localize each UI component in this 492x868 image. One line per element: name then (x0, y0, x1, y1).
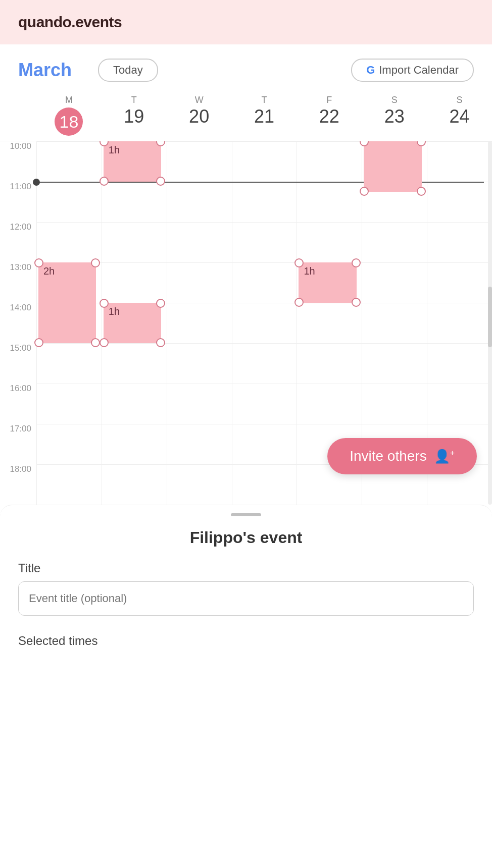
grid-cell-row6-col3[interactable] (232, 384, 297, 424)
event-event1[interactable]: 1h (104, 141, 161, 182)
grid-cell-row0-col4[interactable] (297, 141, 362, 182)
event-handle-top-left-event4[interactable] (294, 258, 304, 267)
grid-cell-row6-col4[interactable] (297, 384, 362, 424)
event-event4[interactable]: 1h (299, 262, 356, 303)
day-header-18: M18 (36, 91, 102, 141)
grid-cell-row7-col0[interactable] (36, 424, 102, 464)
calendar-grid-wrapper: 10:0011:0012:0013:0014:0015:0016:0017:00… (0, 141, 492, 505)
grid-cell-row6-col2[interactable] (167, 384, 232, 424)
today-button[interactable]: Today (98, 59, 158, 82)
grid-cell-row5-col0[interactable] (36, 343, 102, 384)
event-event3[interactable]: 1h (104, 303, 161, 343)
event-handle-bottom-right-event4[interactable] (352, 298, 361, 307)
event-event2[interactable]: 2h (38, 262, 96, 343)
grid-cell-row5-col1[interactable] (102, 343, 167, 384)
time-gutter-header (0, 91, 36, 141)
grid-cell-row2-col4[interactable] (297, 222, 362, 262)
app-header: quando.events (0, 0, 492, 44)
time-label-14-00: 14:00 (0, 303, 36, 343)
invite-others-button[interactable]: Invite others 👤+ (327, 438, 477, 474)
grid-cell-row5-col6[interactable] (427, 343, 492, 384)
add-person-icon: 👤+ (434, 449, 455, 464)
day-header-20: W20 (167, 91, 232, 141)
grid-cell-row3-col2[interactable] (167, 262, 232, 303)
grid-cell-row3-col3[interactable] (232, 262, 297, 303)
grid-cell-row4-col2[interactable] (167, 303, 232, 343)
time-label-17-00: 17:00 (0, 424, 36, 464)
grid-cell-row0-col6[interactable] (427, 141, 492, 182)
grid-cell-row6-col1[interactable] (102, 384, 167, 424)
title-label: Title (18, 561, 474, 575)
day-letter-24: S (457, 95, 463, 105)
event-label-event1: 1h (109, 144, 120, 155)
grid-cell-row7-col2[interactable] (167, 424, 232, 464)
day-number-18[interactable]: 18 (55, 107, 83, 136)
title-input[interactable] (18, 581, 474, 616)
google-icon: G (366, 64, 375, 77)
grid-cell-row3-col5[interactable] (362, 262, 427, 303)
grid-cell-row4-col3[interactable] (232, 303, 297, 343)
grid-cell-row1-col0[interactable] (36, 182, 102, 222)
import-calendar-button[interactable]: G Import Calendar (351, 59, 474, 82)
grid-cell-row2-col3[interactable] (232, 222, 297, 262)
grid-cell-row8-col2[interactable] (167, 464, 232, 505)
grid-cell-row4-col5[interactable] (362, 303, 427, 343)
grid-cell-row8-col0[interactable] (36, 464, 102, 505)
grid-cell-row5-col5[interactable] (362, 343, 427, 384)
calendar-controls: March Today G Import Calendar (0, 44, 492, 91)
grid-cell-row2-col1[interactable] (102, 222, 167, 262)
grid-cell-row7-col1[interactable] (102, 424, 167, 464)
day-letter-22: F (326, 95, 332, 105)
grid-cell-row2-col6[interactable] (427, 222, 492, 262)
time-label-11-00: 11:00 (0, 182, 36, 222)
event-handle-top-right-event4[interactable] (352, 258, 361, 267)
day-header-22: F22 (297, 91, 362, 141)
day-header-24: S24 (427, 91, 492, 141)
event-handle-bottom-right-event5[interactable] (417, 187, 426, 196)
grid-cell-row6-col6[interactable] (427, 384, 492, 424)
grid-cell-row6-col0[interactable] (36, 384, 102, 424)
event-event5[interactable] (364, 141, 421, 192)
grid-cell-row1-col1[interactable] (102, 182, 167, 222)
day-headers: M18T19W20T21F22S23S24 (0, 91, 492, 141)
grid-cell-row1-col2[interactable] (167, 182, 232, 222)
time-label-15-00: 15:00 (0, 343, 36, 384)
grid-cell-row0-col2[interactable] (167, 141, 232, 182)
month-label: March (18, 60, 89, 81)
event-handle-top-left-event2[interactable] (34, 258, 43, 267)
grid-cell-row2-col0[interactable] (36, 222, 102, 262)
day-letter-23: S (391, 95, 398, 105)
invite-label: Invite others (350, 448, 427, 464)
grid-cell-row4-col6[interactable] (427, 303, 492, 343)
grid-cell-row8-col1[interactable] (102, 464, 167, 505)
event-handle-bottom-left-event1[interactable] (100, 177, 109, 186)
time-label-13-00: 13:00 (0, 262, 36, 303)
event-label-event3: 1h (109, 306, 120, 317)
event-label-event4: 1h (304, 265, 315, 277)
grid-cell-row2-col2[interactable] (167, 222, 232, 262)
bottom-handle[interactable] (231, 513, 261, 516)
grid-cell-row0-col0[interactable] (36, 141, 102, 182)
event-handle-bottom-left-event3[interactable] (100, 338, 109, 347)
grid-cell-row3-col1[interactable] (102, 262, 167, 303)
day-number-24: 24 (450, 107, 470, 126)
scrollbar-thumb[interactable] (488, 287, 492, 347)
event-handle-top-left-event3[interactable] (100, 299, 109, 308)
invite-button-wrapper: Invite others 👤+ (327, 438, 477, 474)
grid-cell-row8-col3[interactable] (232, 464, 297, 505)
grid-cell-row2-col5[interactable] (362, 222, 427, 262)
grid-cell-row4-col4[interactable] (297, 303, 362, 343)
grid-cell-row1-col3[interactable] (232, 182, 297, 222)
grid-cell-row5-col2[interactable] (167, 343, 232, 384)
grid-cell-row5-col4[interactable] (297, 343, 362, 384)
grid-cell-row6-col5[interactable] (362, 384, 427, 424)
grid-cell-row1-col6[interactable] (427, 182, 492, 222)
day-number-23: 23 (384, 107, 405, 126)
grid-cell-row5-col3[interactable] (232, 343, 297, 384)
event-handle-bottom-left-event2[interactable] (34, 338, 43, 347)
grid-cell-row1-col4[interactable] (297, 182, 362, 222)
grid-cell-row3-col6[interactable] (427, 262, 492, 303)
grid-cell-row0-col3[interactable] (232, 141, 297, 182)
scrollbar[interactable] (488, 141, 492, 505)
grid-cell-row7-col3[interactable] (232, 424, 297, 464)
